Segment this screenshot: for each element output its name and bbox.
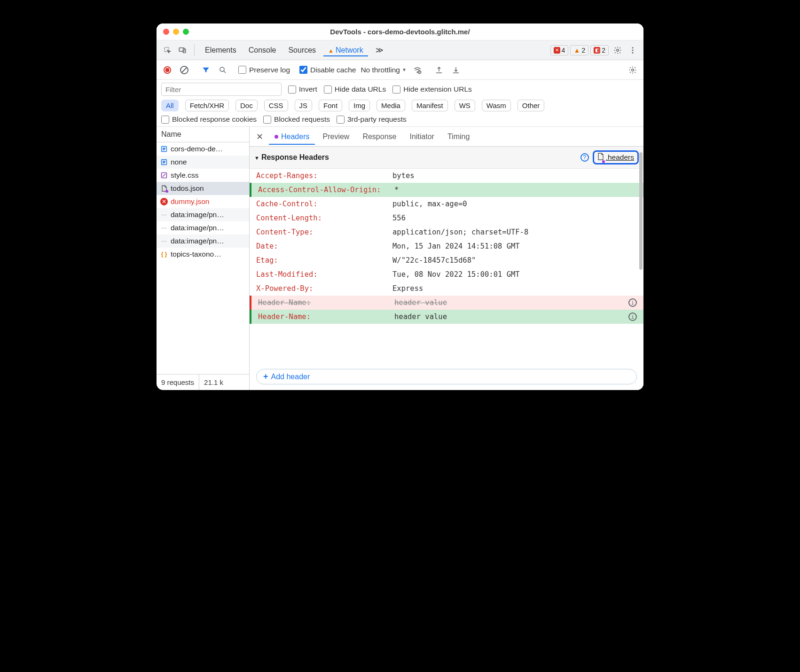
type-chip-img[interactable]: Img xyxy=(349,100,370,111)
header-value: Mon, 15 Jan 2024 14:51:08 GMT xyxy=(392,242,623,250)
headers-override-link[interactable]: .headers xyxy=(593,150,639,164)
css-icon xyxy=(160,172,168,179)
header-key: Date: xyxy=(256,242,392,250)
type-chip-manifest[interactable]: Manifest xyxy=(412,100,448,111)
invert-checkbox[interactable]: Invert xyxy=(288,85,317,94)
request-list: Name cors-demo-de…nonestyle.csstodos.jso… xyxy=(157,127,250,390)
header-key: Last-Modified: xyxy=(256,270,392,279)
throttling-select[interactable]: No throttling▼ xyxy=(361,66,406,74)
devtools-window: DevTools - cors-demo-devtools.glitch.me/… xyxy=(157,23,643,390)
type-chip-doc[interactable]: Doc xyxy=(235,100,258,111)
request-name: style.css xyxy=(171,171,198,180)
header-row: Header-Name:header valuei xyxy=(250,296,643,310)
detail-tab-response[interactable]: Response xyxy=(357,129,402,145)
search-icon[interactable] xyxy=(217,64,229,76)
request-row[interactable]: style.css xyxy=(157,169,249,182)
type-chip-css[interactable]: CSS xyxy=(264,100,288,111)
request-name: dummy.json xyxy=(171,197,209,206)
detail-tab-initiator[interactable]: Initiator xyxy=(404,129,439,145)
detail-tab-preview[interactable]: Preview xyxy=(317,129,355,145)
detail-tab-timing[interactable]: Timing xyxy=(442,129,475,145)
request-row[interactable]: —data:image/pn… xyxy=(157,221,249,234)
name-column-header[interactable]: Name xyxy=(157,127,249,142)
request-row[interactable]: ✕dummy.json xyxy=(157,195,249,208)
help-icon[interactable]: ? xyxy=(580,153,589,162)
request-name: data:image/pn… xyxy=(171,224,224,232)
type-chip-ws[interactable]: WS xyxy=(455,100,475,111)
issues-badge[interactable]: ◧2 xyxy=(590,45,609,55)
type-chip-font[interactable]: Font xyxy=(319,100,342,111)
add-header-button[interactable]: +Add header xyxy=(256,369,637,384)
svg-point-7 xyxy=(220,67,224,71)
type-chip-js[interactable]: JS xyxy=(295,100,313,111)
hide-extension-urls-checkbox[interactable]: Hide extension URLs xyxy=(392,85,472,94)
detail-tabs: ✕ Headers Preview Response Initiator Tim… xyxy=(250,127,643,147)
hide-data-urls-checkbox[interactable]: Hide data URLs xyxy=(324,85,386,94)
type-chip-other[interactable]: Other xyxy=(518,100,545,111)
warnings-badge[interactable]: ▲2 xyxy=(570,45,588,55)
detail-pane: ✕ Headers Preview Response Initiator Tim… xyxy=(250,127,643,390)
filter-icon[interactable] xyxy=(200,64,212,76)
request-row[interactable]: cors-demo-de… xyxy=(157,142,249,156)
detail-tab-headers[interactable]: Headers xyxy=(269,129,315,145)
request-row[interactable]: —data:image/pn… xyxy=(157,234,249,248)
request-row[interactable]: todos.json xyxy=(157,182,249,195)
header-row: Date:Mon, 15 Jan 2024 14:51:08 GMT xyxy=(250,239,643,253)
doc-icon xyxy=(160,158,168,166)
request-name: todos.json xyxy=(171,184,204,193)
more-tabs-button[interactable]: ≫ xyxy=(371,44,388,56)
header-value: W/"22c-18457c15d68" xyxy=(392,256,623,265)
errors-badge[interactable]: ✕4 xyxy=(550,45,569,55)
tab-network[interactable]: Network xyxy=(323,44,368,56)
requests-count: 9 requests xyxy=(157,375,199,390)
request-row[interactable]: { }topics-taxono… xyxy=(157,248,249,261)
settings-icon[interactable] xyxy=(612,44,624,56)
blocked-cookies-checkbox[interactable]: Blocked response cookies xyxy=(161,115,257,124)
filter-input[interactable] xyxy=(161,83,282,96)
info-icon[interactable]: i xyxy=(628,313,637,321)
header-value: header value xyxy=(394,313,623,321)
response-headers-section[interactable]: Response Headers ? .headers xyxy=(250,147,643,169)
header-row: X-Powered-By:Express xyxy=(250,281,643,296)
type-chip-fetch[interactable]: Fetch/XHR xyxy=(185,100,229,111)
headers-link-label: .headers xyxy=(606,153,634,162)
download-har-icon[interactable] xyxy=(450,64,462,76)
transfer-size: 21.1 k xyxy=(199,375,228,390)
request-row[interactable]: —data:image/pn… xyxy=(157,208,249,221)
third-party-checkbox[interactable]: 3rd-party requests xyxy=(337,115,407,124)
inspect-icon[interactable] xyxy=(161,44,173,56)
info-icon[interactable]: i xyxy=(628,298,637,307)
header-value: header value xyxy=(394,298,623,307)
img-icon: — xyxy=(160,237,168,245)
main-toolbar: Elements Console Sources Network ≫ ✕4 ▲2… xyxy=(157,40,643,60)
kebab-icon[interactable] xyxy=(627,44,639,56)
header-key: Accept-Ranges: xyxy=(256,172,392,180)
upload-har-icon[interactable] xyxy=(433,64,445,76)
header-value: 556 xyxy=(392,214,623,222)
tab-elements[interactable]: Elements xyxy=(200,44,241,56)
header-key: Header-Name: xyxy=(258,313,394,321)
network-settings-icon[interactable] xyxy=(627,64,639,76)
type-chip-media[interactable]: Media xyxy=(376,100,405,111)
record-button[interactable] xyxy=(161,64,173,76)
clear-button[interactable] xyxy=(178,64,190,76)
disable-cache-checkbox[interactable]: Disable cache xyxy=(299,66,356,74)
blocked-requests-checkbox[interactable]: Blocked requests xyxy=(263,115,330,124)
network-conditions-icon[interactable] xyxy=(411,64,424,76)
tab-sources[interactable]: Sources xyxy=(283,44,321,56)
type-chip-wasm[interactable]: Wasm xyxy=(482,100,511,111)
header-row: Header-Name:header valuei xyxy=(250,310,643,324)
tab-console[interactable]: Console xyxy=(244,44,281,56)
header-key: X-Powered-By: xyxy=(256,284,392,293)
response-headers-label: Response Headers xyxy=(254,153,329,162)
request-name: cors-demo-de… xyxy=(171,145,223,153)
type-chip-all[interactable]: All xyxy=(161,100,179,111)
preserve-log-checkbox[interactable]: Preserve log xyxy=(238,66,290,74)
header-value: application/json; charset=UTF-8 xyxy=(392,228,623,236)
scrollbar[interactable] xyxy=(639,152,643,270)
request-row[interactable]: none xyxy=(157,156,249,169)
header-value: * xyxy=(394,186,623,194)
close-detail-button[interactable]: ✕ xyxy=(252,130,267,144)
device-icon[interactable] xyxy=(176,44,188,56)
header-value: Express xyxy=(392,284,623,293)
